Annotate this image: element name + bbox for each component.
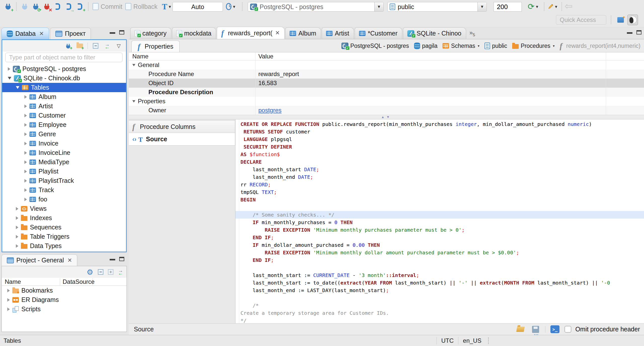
column-name[interactable]: Name — [2, 278, 60, 285]
tree-item-tables[interactable]: Tables — [2, 83, 126, 92]
project-item-scripts[interactable]: Scripts — [2, 304, 127, 314]
subtab-source[interactable]: Source — [129, 133, 235, 146]
gear-icon[interactable]: ⚙ — [87, 268, 93, 276]
omit-procedure-header-checkbox[interactable] — [565, 326, 571, 333]
tree-item-customer[interactable]: Customer — [2, 111, 126, 120]
close-icon[interactable]: ✕ — [275, 30, 280, 36]
object-filter-input[interactable] — [5, 53, 123, 62]
property-row-owner[interactable]: Ownerpostgres — [129, 106, 644, 115]
new-connection-button[interactable]: + — [3, 2, 13, 12]
chevron-right-icon[interactable] — [16, 226, 18, 229]
link-with-editor-button[interactable]: →← — [103, 42, 111, 50]
disconnect-button[interactable]: ✕ — [42, 2, 52, 12]
tree-item-views[interactable]: Views — [2, 204, 126, 213]
property-row-procedure-description[interactable]: Procedure Description — [129, 88, 644, 97]
locale-label[interactable]: en_US — [463, 337, 481, 344]
editor-tab-customer[interactable]: *Customer — [355, 27, 402, 39]
close-icon[interactable]: ✕ — [39, 30, 44, 37]
chevron-right-icon[interactable] — [24, 188, 27, 192]
tree-item-data-types[interactable]: Data Types — [2, 241, 126, 251]
tree-item-artist[interactable]: Artist — [2, 101, 126, 111]
highlighter-button[interactable]: ▼ — [548, 2, 558, 12]
tab-projects[interactable]: Проект — [50, 28, 91, 39]
breadcrumb-item-public[interactable]: public — [485, 43, 507, 49]
link-arrows-icon[interactable]: →← — [118, 269, 123, 275]
drag-handle[interactable] — [488, 337, 489, 344]
chevron-right-icon[interactable] — [16, 244, 18, 248]
fetch-size-input[interactable] — [494, 2, 522, 12]
open-sql-script-button[interactable]: → — [64, 2, 74, 12]
breadcrumb-item-postgresql-postgres[interactable]: PostgreSQL - postgres — [341, 43, 409, 49]
chevron-right-icon[interactable] — [7, 307, 10, 311]
chevron-right-icon[interactable] — [7, 298, 10, 302]
maximize-icon[interactable] — [636, 30, 641, 34]
chevron-down-icon[interactable] — [16, 86, 19, 89]
chevron-right-icon[interactable] — [24, 170, 27, 173]
tree-item-genre[interactable]: Genre — [2, 129, 126, 139]
column-datasource[interactable]: DataSource — [60, 278, 93, 285]
collapse-all-icon[interactable]: − — [98, 269, 103, 275]
tree-item-playlist[interactable]: Playlist — [2, 167, 126, 176]
tree-item-employee[interactable]: Employee — [2, 120, 126, 129]
schema-select[interactable]: public ▼ — [387, 2, 487, 12]
quick-access-field[interactable]: Quick Access — [556, 15, 606, 25]
editor-tab-sqlite-chinoo[interactable]: SQLite - Chinoo — [403, 27, 466, 39]
project-item-er-diagrams[interactable]: ER Diagrams — [2, 295, 127, 304]
new-folder-button[interactable]: + — [76, 42, 84, 50]
property-row-properties[interactable]: Properties — [129, 97, 644, 106]
chevron-right-icon[interactable] — [16, 216, 18, 220]
commit-button[interactable]: Commit — [93, 3, 122, 10]
tree-item-invoice[interactable]: Invoice — [2, 139, 126, 148]
close-icon[interactable]: ✕ — [67, 257, 72, 264]
tree-item-postgresql-postgres[interactable]: PostgreSQL - postgres — [2, 64, 126, 74]
tab-project-general[interactable]: Project - General ✕ — [2, 254, 77, 266]
minimize-icon[interactable] — [110, 259, 115, 260]
breadcrumb-item-schemas[interactable]: Schemas▾ — [442, 43, 479, 49]
transaction-mode-button[interactable]: T▼ — [159, 2, 174, 12]
chevron-right-icon[interactable] — [24, 114, 27, 117]
commit-mode-select[interactable]: Auto — [173, 2, 223, 12]
chevron-right-icon[interactable] — [7, 289, 10, 292]
tab-properties[interactable]: Properties — [131, 41, 180, 52]
property-row-procedure-name[interactable]: Procedure Namerewards_report — [129, 70, 644, 79]
chevron-down-icon[interactable]: ▼ — [374, 2, 383, 11]
chevron-right-icon[interactable] — [24, 198, 27, 201]
tree-item-table-triggers[interactable]: Table Triggers — [2, 232, 126, 241]
chevron-down-icon[interactable] — [8, 77, 11, 80]
chevron-right-icon[interactable] — [8, 67, 10, 71]
tree-item-invoiceline[interactable]: InvoiceLine — [2, 148, 126, 157]
tree-item-album[interactable]: Album — [2, 92, 126, 101]
maximize-icon[interactable] — [119, 30, 124, 34]
tree-item-track[interactable]: Track — [2, 185, 126, 195]
editor-tab-mockdata[interactable]: mockdata — [172, 27, 216, 39]
tree-item-foo[interactable]: foo — [2, 195, 126, 204]
chevron-right-icon[interactable] — [24, 151, 27, 155]
reconnect-button[interactable]: ⟳ — [31, 2, 41, 12]
load-from-file-button[interactable] — [515, 324, 526, 334]
chevron-right-icon[interactable] — [24, 132, 27, 136]
breadcrumb-item-rewards-report-int4-numeric[interactable]: rewards_report(int4,numeric) — [560, 43, 640, 49]
chevron-right-icon[interactable] — [24, 105, 27, 108]
tree-item-sequences[interactable]: Sequences — [2, 223, 126, 232]
maximize-icon[interactable] — [119, 257, 124, 261]
rollback-button[interactable]: Rollback — [125, 3, 157, 10]
chevron-down-icon[interactable]: ▾ — [553, 44, 555, 48]
tab-database-navigator[interactable]: Databa ✕ — [2, 28, 49, 39]
minimize-icon[interactable] — [110, 32, 115, 34]
chevron-right-icon[interactable] — [24, 160, 27, 164]
new-connection-button[interactable]: + — [64, 42, 72, 50]
back-button[interactable]: ⇦ — [565, 1, 573, 12]
view-menu-button[interactable]: ▽ — [115, 42, 123, 50]
connect-button[interactable] — [20, 2, 30, 12]
tree-item-indexes[interactable]: Indexes — [2, 213, 126, 223]
sash-handle[interactable]: ▲▼ — [129, 115, 644, 119]
column-value[interactable]: Value — [255, 53, 273, 60]
dbeaver-perspective-button[interactable] — [627, 15, 638, 25]
chevron-right-icon[interactable] — [24, 95, 27, 99]
persist-button[interactable]: >_ — [550, 324, 560, 334]
source-viewer[interactable]: CREATE OR REPLACE FUNCTION public.reward… — [235, 119, 644, 323]
chevron-down-icon[interactable]: ▾ — [478, 44, 479, 48]
chevron-right-icon[interactable] — [24, 179, 27, 183]
chevron-down-icon[interactable] — [132, 64, 135, 66]
tree-item-mediatype[interactable]: MediaType — [2, 157, 126, 167]
